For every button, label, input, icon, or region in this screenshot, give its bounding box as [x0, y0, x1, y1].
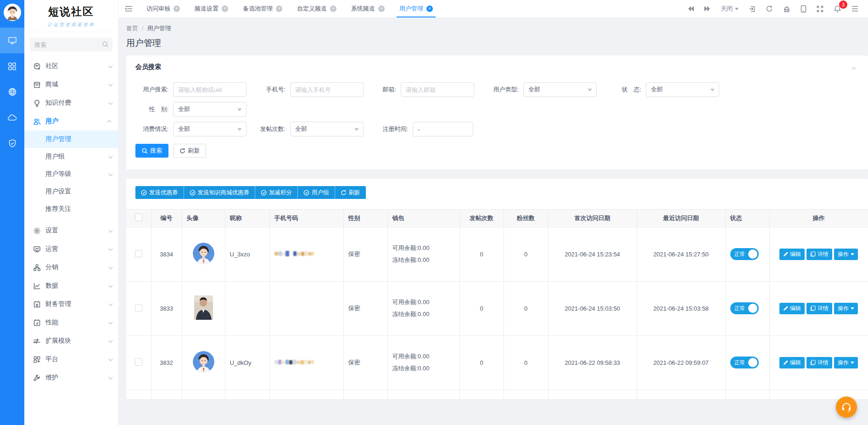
- monitor-icon: [8, 36, 17, 45]
- sidebar-subitem-user-level[interactable]: 用户等级: [24, 165, 118, 183]
- sidebar-item-operations[interactable]: 运营: [24, 240, 118, 258]
- sidebar-subitem-recommend-follow[interactable]: 推荐关注: [24, 200, 118, 218]
- consume-select[interactable]: 全部: [173, 122, 246, 136]
- refresh-form-button[interactable]: 刷新: [173, 144, 206, 158]
- breadcrumb-home[interactable]: 首页: [126, 25, 138, 32]
- tab-user-management[interactable]: 用户管理×: [392, 0, 440, 17]
- sidebar-item-settings[interactable]: 设置: [24, 221, 118, 240]
- rail-item-cloud[interactable]: [0, 105, 24, 130]
- sidebar-item-community[interactable]: 社区: [24, 57, 118, 75]
- sidebar-item-maintenance[interactable]: 维护: [24, 368, 118, 387]
- org-chart-icon: [33, 264, 41, 272]
- rail-item-dashboard[interactable]: [0, 28, 24, 53]
- sidebar-item-distribution[interactable]: 分销: [24, 258, 118, 277]
- close-icon[interactable]: ×: [276, 6, 282, 12]
- close-icon[interactable]: ×: [378, 6, 385, 12]
- user-avatar[interactable]: [4, 4, 21, 21]
- edit-button[interactable]: 编辑: [779, 249, 805, 260]
- more-actions-button[interactable]: 操作: [834, 303, 858, 314]
- post-count-select[interactable]: 全部: [290, 122, 364, 136]
- send-coupon-button[interactable]: 发送优惠券: [135, 186, 184, 199]
- tab-candidate-pool[interactable]: 备选池管理×: [235, 0, 290, 17]
- close-tabs-dropdown[interactable]: 关闭: [716, 0, 744, 18]
- customer-service-button[interactable]: [836, 397, 857, 418]
- status-toggle[interactable]: 正常: [730, 357, 759, 368]
- mobile-preview-button[interactable]: [795, 0, 812, 18]
- adjust-points-button[interactable]: 加减积分: [255, 186, 298, 199]
- select-all-checkbox[interactable]: [135, 214, 142, 221]
- tab-system-channel[interactable]: 系统频道×: [344, 0, 392, 17]
- chevron-down-icon: [108, 375, 113, 380]
- open-new-window-button[interactable]: [744, 0, 761, 18]
- refresh-table-button[interactable]: 刷新: [335, 186, 366, 199]
- clear-cache-icon[interactable]: [778, 0, 795, 18]
- close-icon[interactable]: ×: [174, 6, 180, 12]
- sidebar-item-data[interactable]: 数据: [24, 277, 118, 295]
- tabs-scroll-right-button[interactable]: [699, 0, 716, 18]
- gender-select[interactable]: 全部: [173, 102, 246, 117]
- detail-button[interactable]: 详情: [806, 303, 832, 314]
- tab-access-review[interactable]: 访问审核×: [139, 0, 187, 17]
- sidebar-item-mall[interactable]: 商城: [24, 75, 118, 94]
- sidebar-item-users[interactable]: 用户: [24, 112, 118, 130]
- user-table-card: 发送优惠券 发送知识商城优惠券 加减积分 用户组 刷新 编号 头像: [126, 179, 868, 399]
- edit-button[interactable]: 编辑: [779, 303, 805, 314]
- search-form: 用户搜索: 手机号: 邮箱: 用户类型:全部 状 态:全部 性 别:全部 消费情…: [135, 82, 859, 158]
- masked-phone: [274, 250, 314, 257]
- rail-item-apps[interactable]: [0, 53, 24, 79]
- more-menu-icon[interactable]: [846, 0, 863, 18]
- users-icon: [33, 118, 41, 125]
- edit-button[interactable]: 编辑: [779, 357, 805, 368]
- row-checkbox[interactable]: [135, 250, 142, 257]
- close-icon[interactable]: ×: [426, 6, 433, 12]
- row-checkbox[interactable]: [135, 358, 142, 366]
- collapse-card-icon[interactable]: [853, 64, 856, 72]
- detail-doc-icon: [810, 360, 816, 365]
- status-select[interactable]: 全部: [646, 82, 719, 97]
- detail-button[interactable]: 详情: [806, 249, 832, 260]
- rail-item-security[interactable]: [0, 130, 24, 156]
- phone-input[interactable]: [290, 82, 364, 97]
- refresh-page-button[interactable]: [761, 0, 778, 18]
- user-type-select[interactable]: 全部: [523, 82, 597, 97]
- detail-button[interactable]: 详情: [806, 357, 832, 368]
- sidebar-item-extensions[interactable]: 扩展模块: [24, 332, 118, 350]
- app-window: 短说社区 让运营变得更简单 社区 商城 知识付费 用户: [0, 0, 868, 425]
- sidebar-item-finance[interactable]: 财务管理: [24, 295, 118, 313]
- row-checkbox[interactable]: [135, 304, 142, 312]
- chevron-down-icon: [108, 154, 113, 159]
- rail-item-site[interactable]: [0, 79, 24, 105]
- more-actions-button[interactable]: 操作: [834, 249, 858, 260]
- sidebar-search: [30, 38, 112, 51]
- status-toggle[interactable]: 正常: [730, 302, 759, 314]
- notifications-bell[interactable]: 3: [829, 0, 846, 18]
- sidebar-subitem-user-group[interactable]: 用户组: [24, 148, 118, 165]
- topbar: 访问审核× 频道设置× 备选池管理× 自定义频道× 系统频道× 用户管理× 关闭…: [118, 0, 868, 18]
- close-icon[interactable]: ×: [222, 6, 228, 12]
- status-toggle[interactable]: 正常: [730, 248, 759, 260]
- tabs-scroll-left-button[interactable]: [683, 0, 699, 18]
- close-icon[interactable]: ×: [330, 6, 336, 12]
- sidebar-search-input[interactable]: [30, 38, 112, 51]
- user-search-input[interactable]: [173, 82, 246, 97]
- sidebar-item-knowledge-pay[interactable]: 知识付费: [24, 94, 118, 112]
- more-actions-button[interactable]: 操作: [834, 357, 858, 368]
- sidebar-item-performance[interactable]: 性能: [24, 313, 118, 332]
- menu-fold-icon[interactable]: [118, 0, 139, 17]
- email-input[interactable]: [401, 82, 474, 97]
- pencil-icon: [783, 360, 788, 365]
- wallet-frozen: 冻结余额:0.00: [392, 254, 455, 266]
- user-group-button[interactable]: 用户组: [298, 186, 335, 199]
- sidebar-subitem-user-management[interactable]: 用户管理: [24, 130, 118, 148]
- table-header-row: 编号 头像 昵称 手机号码 性别 钱包 发帖次数 粉丝数 首次访问日期 最近访问…: [126, 210, 868, 227]
- fullscreen-icon[interactable]: [812, 0, 829, 18]
- register-time-range-input[interactable]: [413, 122, 473, 136]
- sidebar-item-platform[interactable]: 平台: [24, 350, 118, 368]
- refresh-icon: [341, 190, 347, 196]
- tab-custom-channel[interactable]: 自定义频道×: [290, 0, 344, 17]
- apps-grid-icon: [8, 62, 17, 71]
- send-knowledge-coupon-button[interactable]: 发送知识商城优惠券: [184, 186, 256, 199]
- sidebar-subitem-user-settings[interactable]: 用户设置: [24, 183, 118, 200]
- search-button[interactable]: 搜索: [135, 144, 168, 158]
- tab-channel-settings[interactable]: 频道设置×: [187, 0, 235, 17]
